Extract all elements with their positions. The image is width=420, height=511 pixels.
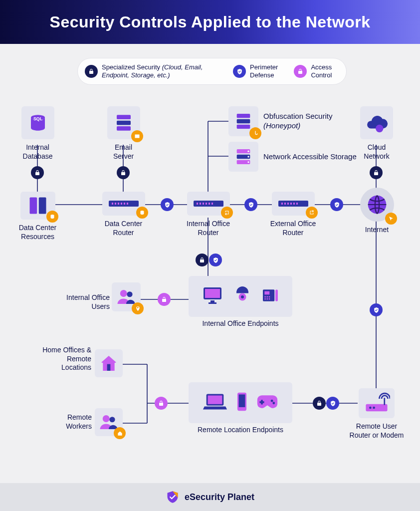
svg-rect-42 — [197, 203, 198, 205]
lock-icon — [117, 166, 130, 179]
phone-icon — [260, 285, 280, 307]
page-title: Security Controls Applied to the Network — [50, 13, 371, 31]
node-internal-office-users — [112, 282, 141, 315]
house-icon — [95, 349, 123, 377]
node-label: Data Center Router — [97, 220, 150, 237]
node-label: Home Offices & Remote Locations — [37, 346, 91, 372]
server-icon — [107, 106, 140, 139]
lock-icon — [85, 65, 98, 78]
node-label: Internal Office Endpoints — [189, 319, 292, 328]
svg-rect-79 — [239, 394, 245, 407]
legend-access-label: Access Control — [311, 63, 339, 79]
node-internal-office-endpoints — [189, 276, 292, 317]
legend-perimeter-label: Perimeter Defense — [250, 63, 286, 79]
svg-point-83 — [272, 402, 275, 404]
svg-point-26 — [247, 151, 249, 152]
node-internal-office-users-label: Internal Office Users — [62, 283, 110, 311]
shield-check-icon — [326, 397, 339, 410]
hook-icon — [249, 127, 261, 139]
node-label: External Office Router — [267, 220, 319, 237]
legend-item-specialized: Specialized Security (Cloud, Email, Endp… — [85, 63, 225, 79]
svg-point-27 — [247, 156, 249, 157]
svg-rect-17 — [117, 115, 131, 119]
legend-item-perimeter: Perimeter Defense — [233, 63, 286, 79]
brand-shield-icon — [166, 490, 180, 504]
node-internal-database: SQL Internal Database — [19, 106, 56, 161]
cloud-icon — [360, 106, 393, 139]
shield-check-icon — [370, 303, 383, 316]
node-label: Internal Office Users — [62, 293, 110, 311]
router-icon — [102, 192, 145, 216]
router-icon — [272, 192, 315, 216]
server-icon — [228, 106, 258, 136]
node-label: Internal Office Router — [182, 220, 234, 237]
gamepad-icon — [256, 393, 278, 412]
globe-icon — [360, 188, 394, 222]
rack-icon — [20, 192, 55, 220]
phone-icon — [236, 392, 247, 414]
svg-rect-73 — [107, 364, 111, 371]
svg-rect-50 — [284, 203, 286, 205]
users-icon — [95, 408, 123, 436]
database-icon: SQL — [21, 106, 54, 139]
node-remote-location-endpoints — [189, 382, 292, 423]
lock-icon — [196, 254, 209, 266]
svg-rect-67 — [267, 296, 268, 298]
svg-point-86 — [373, 407, 375, 409]
svg-rect-65 — [264, 291, 269, 295]
svg-text:SQL: SQL — [33, 116, 43, 121]
svg-point-57 — [127, 291, 132, 297]
diagram-canvas: Specialized Security (Cloud, Email, Endp… — [0, 44, 420, 483]
laptop-icon — [203, 392, 227, 414]
svg-rect-81 — [259, 401, 264, 403]
unlock-icon — [294, 65, 307, 78]
legend: Specialized Security (Cloud, Email, Endp… — [77, 58, 347, 85]
svg-rect-19 — [117, 126, 131, 131]
node-cloud-network: Cloud Network — [357, 106, 397, 161]
node-label: Internet — [358, 226, 396, 235]
legend-item-access: Access Control — [294, 63, 339, 79]
svg-rect-47 — [211, 203, 213, 205]
svg-rect-39 — [127, 203, 128, 205]
node-label: Obfuscation Security(Honeypot) — [263, 112, 332, 131]
node-label: Internal Database — [19, 143, 56, 161]
svg-point-85 — [369, 407, 372, 409]
lock-icon — [313, 397, 326, 410]
svg-rect-72 — [275, 289, 278, 301]
node-remote-workers — [95, 408, 123, 440]
svg-point-74 — [103, 415, 110, 422]
lock-icon — [370, 166, 383, 179]
arrow-out-icon — [306, 207, 318, 219]
unlock-icon — [155, 397, 168, 410]
svg-rect-69 — [264, 298, 266, 300]
legend-specialized-label: Specialized Security (Cloud, Email, Endp… — [102, 63, 225, 79]
svg-point-82 — [271, 400, 273, 402]
svg-rect-35 — [115, 203, 116, 205]
storage-icon — [228, 142, 258, 172]
footer: eSecurity Planet — [0, 483, 420, 511]
svg-rect-21 — [237, 119, 250, 123]
arrow-in-icon — [221, 207, 233, 219]
svg-rect-45 — [206, 203, 207, 205]
svg-rect-60 — [210, 300, 214, 302]
svg-rect-71 — [269, 298, 270, 300]
svg-rect-59 — [205, 289, 220, 298]
svg-rect-49 — [281, 203, 283, 205]
node-label: Remote User Router or Modem — [349, 422, 404, 440]
svg-rect-70 — [267, 298, 268, 300]
node-internet: Internet — [358, 188, 396, 235]
node-label: Email Server — [105, 143, 142, 161]
svg-rect-37 — [121, 203, 122, 205]
svg-rect-44 — [203, 203, 204, 205]
svg-rect-46 — [209, 203, 210, 205]
svg-rect-20 — [237, 114, 250, 118]
node-label: Remote Workers — [54, 413, 92, 431]
shield-check-icon — [244, 198, 257, 211]
svg-rect-31 — [38, 198, 46, 214]
shield-check-icon — [161, 198, 174, 211]
svg-point-32 — [50, 215, 54, 216]
monitor-icon — [201, 283, 224, 309]
lock-icon — [31, 166, 44, 179]
node-email-server: Email Server — [105, 106, 142, 161]
svg-rect-18 — [117, 121, 131, 125]
